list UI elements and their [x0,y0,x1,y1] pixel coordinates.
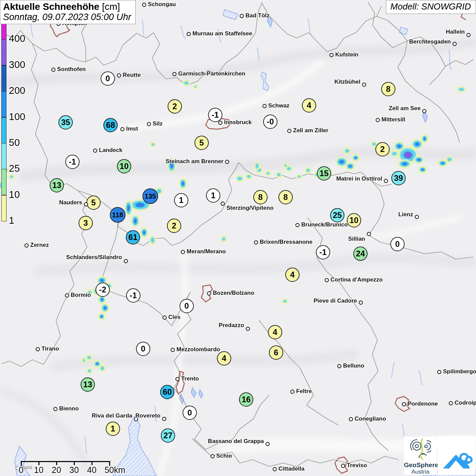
map-scale-bar: 01020304050km [17,459,133,475]
city-dot-icon [273,467,277,471]
city-dot-icon [422,109,426,113]
station-value-marker: 1 [206,188,220,203]
scale-tick [74,461,75,465]
city-label: Cortina d'Ampezzo [330,276,382,283]
station-value-marker: 60 [160,385,174,399]
station-value-marker: 5 [194,136,209,150]
city-label: Steinach am Brenner [166,158,223,165]
scale-label: 50km [104,465,125,475]
city-label: Kitzbühel [335,79,361,85]
city-label: Cittadella [278,465,305,472]
mountain-cloud-icon [440,439,474,473]
city-dot-icon [218,121,222,125]
station-value-marker: 5 [86,196,101,210]
city-dot-icon [341,464,345,468]
city-label: Bassano del Grappa [208,438,264,445]
city-label: Sonthofen [57,66,86,73]
city-dot-icon [240,14,244,18]
snow-depth-map-page: 035682-1-04852-1101315391351188511825103… [0,0,476,476]
station-value-marker: 39 [391,171,406,185]
city-label: Conegliano [355,415,386,422]
city-label: Landeck [99,147,122,154]
geosphere-logo-text: GeoSphere [404,462,437,469]
station-value-marker: 2 [168,99,182,114]
station-value-marker: 8 [278,190,293,204]
city-dot-icon [325,278,329,282]
station-value-marker: -2 [96,283,110,297]
city-dot-icon [337,364,341,368]
city-dot-icon [449,401,453,405]
city-label: Pieve di Cadore [313,298,357,304]
station-value-marker: 3 [79,216,93,230]
station-value-marker: 135 [142,188,158,204]
station-value-marker: 24 [353,247,368,261]
title-text: Aktuelle Schneehöhe [3,1,99,12]
city-label: Riva del Garda [92,412,132,419]
city-label: Mezzolombardo [176,346,220,353]
city-label: Sillian [348,236,365,242]
scale-label: 40 [87,465,97,475]
station-value-marker: 0 [390,237,405,251]
city-label: Matrei in Osttirol [336,175,382,182]
city-dot-icon [53,407,57,411]
station-value-marker: 1 [106,422,120,436]
legend-tick-label: 10 [9,189,20,200]
station-value-marker: -1 [65,155,80,169]
station-value-marker: 4 [285,268,300,282]
city-label: Schwaz [268,102,289,109]
city-label: Lienz [398,211,413,218]
station-value-marker: 8 [253,190,268,204]
station-value-marker: 13 [50,178,64,192]
legend-tick-label: 300 [9,59,25,70]
station-value-marker: 2 [375,142,390,156]
city-dot-icon [210,454,215,458]
city-dot-icon [24,243,29,248]
city-label: Rovereto [135,412,160,419]
legend-color-segment [1,65,6,91]
city-label: Sterzing/Vipiteno [226,205,274,211]
station-value-marker: 4 [302,98,316,113]
scale-tick [56,461,57,465]
city-label: Trento [181,375,199,382]
city-dot-icon [287,129,291,133]
legend-tick-label: 50 [9,137,20,148]
city-dot-icon [36,347,40,351]
geosphere-logo: GeoSphere Austria [404,437,437,475]
city-label: Hallein [446,29,465,35]
city-label: Treviso [347,462,367,469]
avalanche-service-logo [438,436,476,475]
city-label: Mittersill [381,116,405,123]
city-label: Bormio [71,292,91,299]
city-dot-icon [172,72,176,76]
model-label: Modell: SNOWGRID [386,0,476,14]
city-dot-icon [162,417,166,421]
city-dot-icon [142,3,146,7]
legend-tick-label: 1 [9,215,14,226]
city-dot-icon [163,316,167,320]
city-label: Murnau am Staffelsee [192,30,252,37]
station-value-marker: 6 [269,345,283,360]
city-label: Pordenone [408,401,438,407]
city-label: Innsbruck [224,119,252,126]
station-value-marker: 0 [101,71,115,86]
city-label: Kufstein [335,51,358,58]
city-dot-icon [84,202,88,206]
city-label: Schongau [148,1,176,8]
city-dot-icon [376,118,380,122]
station-value-marker: -1 [208,108,222,122]
station-value-marker: 25 [330,208,344,222]
city-label: Nauders [59,199,82,206]
city-label: Codroipo [455,400,476,406]
station-value-marker: 0 [180,299,194,313]
city-dot-icon [437,370,441,374]
legend-color-segment [1,169,6,195]
city-dot-icon [181,250,185,254]
markers-layer: 035682-1-04852-1101315391351188511825103… [0,0,476,476]
legend-tick-label: 400 [9,33,25,45]
legend-color-segment [1,117,6,143]
station-value-marker: 68 [103,118,118,132]
city-label: Zell am See [389,105,421,112]
city-dot-icon [246,327,250,331]
city-label: Bad Tölz [245,12,270,19]
legend-color-segment [1,91,6,117]
